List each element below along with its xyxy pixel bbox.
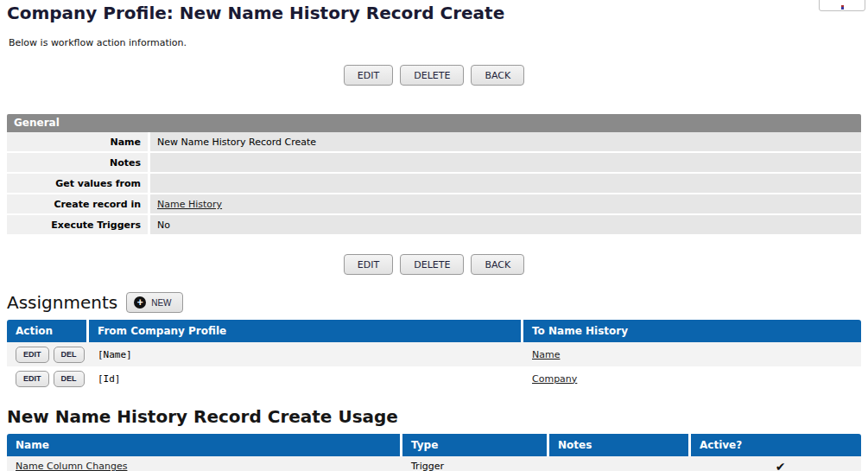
checkmark-icon: ✔ [776,460,786,471]
back-button[interactable]: BACK [471,254,524,275]
field-label: Create record in [7,194,148,213]
bottom-action-buttons: EDIT DELETE BACK [7,254,861,275]
page-title: Company Profile: New Name History Record… [7,3,861,24]
help-icon [841,5,844,10]
column-header-name: Name [7,434,402,456]
usage-heading: New Name History Record Create Usage [7,406,398,427]
table-row: EDITDEL [Id] Company [7,366,861,391]
usage-name-cell: Name Column Changes [7,456,402,471]
new-assignment-button[interactable]: + NEW [126,292,182,313]
delete-button[interactable]: DELETE [400,65,464,86]
delete-button[interactable]: DELETE [400,254,464,275]
name-history-link[interactable]: Name History [157,199,222,210]
assignments-heading: Assignments [7,292,117,313]
column-header-active: Active? [691,434,861,456]
assignments-table: Action From Company Profile To Name Hist… [7,320,861,391]
field-value: No [150,215,861,234]
field-value [150,174,861,193]
to-cell: Name [523,342,861,366]
field-label: Get values from [7,174,148,193]
general-row-execute-triggers: Execute Triggers No [7,215,861,236]
edit-button[interactable]: EDIT [344,65,393,86]
action-cell: EDITDEL [7,366,89,391]
edit-button[interactable]: EDIT [344,254,393,275]
usage-section-head: New Name History Record Create Usage [7,406,861,427]
general-row-notes: Notes [7,153,861,174]
usage-notes-cell [549,456,691,471]
to-cell: Company [523,366,861,391]
plus-icon: + [134,296,146,309]
from-cell: [Name] [89,342,523,366]
edit-row-button[interactable]: EDIT [16,371,49,387]
page-subtitle: Below is workflow action information. [9,37,861,48]
usage-name-link[interactable]: Name Column Changes [16,461,127,471]
field-value: Name History [150,194,861,213]
field-value: New Name History Record Create [150,132,861,151]
usage-type-cell: Trigger [402,456,549,471]
field-label: Name [7,132,148,151]
delete-row-button[interactable]: DEL [54,371,85,387]
action-cell: EDITDEL [7,342,89,366]
usage-header-row: Name Type Notes Active? [7,434,861,456]
delete-row-button[interactable]: DEL [54,347,85,363]
column-header-type: Type [402,434,549,456]
assignments-section-head: Assignments + NEW [7,292,861,313]
general-panel: General Name New Name History Record Cre… [7,114,861,236]
help-button[interactable] [819,0,865,11]
back-button[interactable]: BACK [471,65,524,86]
usage-active-cell: ✔ [691,456,861,471]
table-row: Name Column Changes Trigger ✔ [7,456,861,471]
field-value [150,153,861,172]
column-header-notes: Notes [549,434,691,456]
field-label: Notes [7,153,148,172]
to-field-link[interactable]: Company [532,373,577,385]
general-row-create-record-in: Create record in Name History [7,194,861,215]
column-header-from: From Company Profile [89,320,523,342]
general-panel-header: General [7,114,861,132]
new-button-label: NEW [151,298,171,308]
edit-row-button[interactable]: EDIT [16,347,49,363]
usage-table: Name Type Notes Active? Name Column Chan… [7,434,861,471]
general-row-get-values-from: Get values from [7,174,861,194]
from-cell: [Id] [89,366,523,391]
column-header-action: Action [7,320,89,342]
column-header-to: To Name History [523,320,861,342]
general-row-name: Name New Name History Record Create [7,132,861,153]
table-row: EDITDEL [Name] Name [7,342,861,366]
page-container: Company Profile: New Name History Record… [0,3,868,471]
field-label: Execute Triggers [7,215,148,234]
top-action-buttons: EDIT DELETE BACK [7,65,861,86]
assignments-header-row: Action From Company Profile To Name Hist… [7,320,861,342]
to-field-link[interactable]: Name [532,349,560,360]
